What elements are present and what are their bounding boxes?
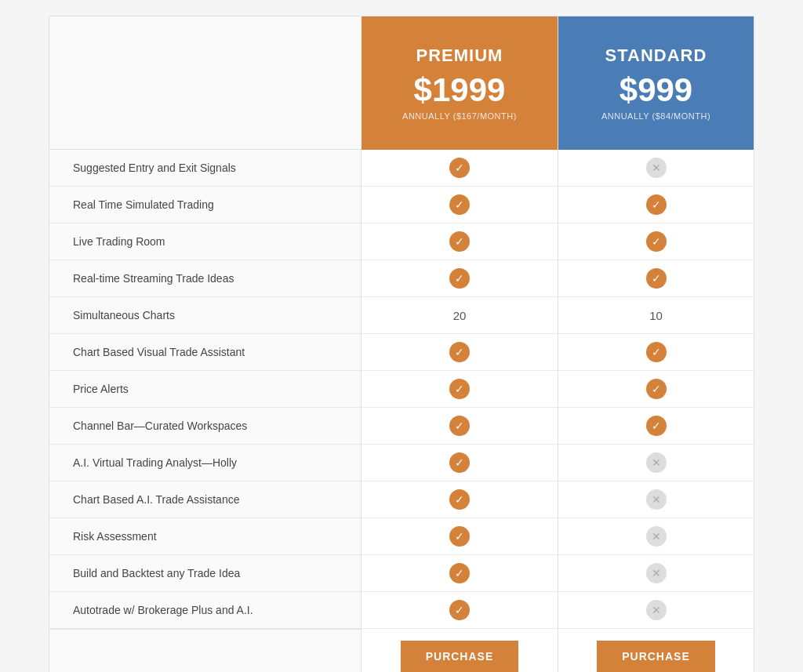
footer-features-cell xyxy=(49,630,362,672)
premium-row-3: ✓ xyxy=(362,260,558,297)
feature-label-11: Build and Backtest any Trade Idea xyxy=(49,555,362,591)
feature-name-row-1: Real Time Simulated Trading xyxy=(49,187,362,223)
standard-row-2: ✓ xyxy=(558,223,754,260)
standard-row-11: ✕ xyxy=(558,555,754,592)
standard-cell-0: ✕ xyxy=(558,150,754,186)
premium-footer-cell[interactable]: PURCHASE xyxy=(362,629,558,672)
check-icon: ✓ xyxy=(646,268,667,289)
standard-plan-name: STANDARD xyxy=(605,45,707,66)
premium-cell-10: ✓ xyxy=(362,518,558,554)
check-icon: ✓ xyxy=(449,231,470,252)
pricing-table: Suggested Entry and Exit SignalsReal Tim… xyxy=(49,16,754,672)
premium-row-1: ✓ xyxy=(362,187,558,223)
premium-cell-5: ✓ xyxy=(362,334,558,370)
standard-cell-6: ✓ xyxy=(558,371,754,407)
standard-row-0: ✕ xyxy=(558,150,754,187)
standard-row-6: ✓ xyxy=(558,371,754,408)
standard-row-4: 10 xyxy=(558,297,754,334)
standard-cell-10: ✕ xyxy=(558,518,754,554)
standard-column: STANDARD $999 ANNUALLY ($84/MONTH) ✕✓✓✓1… xyxy=(558,16,754,672)
standard-purchase-button[interactable]: PURCHASE xyxy=(597,641,715,672)
check-icon: ✓ xyxy=(449,563,470,583)
feature-name-row-6: Price Alerts xyxy=(49,371,362,408)
premium-cell-12: ✓ xyxy=(362,592,558,628)
premium-cell-0: ✓ xyxy=(362,150,558,186)
feature-name-row-7: Channel Bar—Curated Workspaces xyxy=(49,408,362,445)
premium-plan-name: PREMIUM xyxy=(416,45,503,66)
premium-purchase-button[interactable]: PURCHASE xyxy=(401,641,519,672)
number-value: 10 xyxy=(649,309,663,322)
features-header xyxy=(49,16,362,150)
standard-cell-2: ✓ xyxy=(558,223,754,260)
premium-column: PREMIUM $1999 ANNUALLY ($167/MONTH) ✓✓✓✓… xyxy=(362,16,558,672)
standard-cell-7: ✓ xyxy=(558,408,754,444)
check-icon: ✓ xyxy=(646,231,667,252)
feature-label-0: Suggested Entry and Exit Signals xyxy=(49,150,362,186)
check-icon: ✓ xyxy=(449,600,470,620)
premium-row-4: 20 xyxy=(362,297,558,334)
check-icon: ✓ xyxy=(449,452,470,473)
feature-name-row-11: Build and Backtest any Trade Idea xyxy=(49,555,362,592)
feature-label-5: Chart Based Visual Trade Assistant xyxy=(49,334,362,370)
check-icon: ✓ xyxy=(646,416,667,436)
premium-billing: ANNUALLY ($167/MONTH) xyxy=(402,111,517,121)
check-icon: ✓ xyxy=(449,379,470,399)
premium-row-2: ✓ xyxy=(362,223,558,260)
premium-cell-9: ✓ xyxy=(362,481,558,518)
feature-label-1: Real Time Simulated Trading xyxy=(49,187,362,223)
standard-row-5: ✓ xyxy=(558,334,754,371)
check-icon: ✓ xyxy=(646,194,667,215)
feature-label-9: Chart Based A.I. Trade Assistance xyxy=(49,481,362,518)
feature-name-row-8: A.I. Virtual Trading Analyst—Holly xyxy=(49,445,362,481)
standard-row-7: ✓ xyxy=(558,408,754,445)
check-icon: ✓ xyxy=(449,342,470,362)
premium-cell-2: ✓ xyxy=(362,223,558,260)
feature-label-2: Live Trading Room xyxy=(49,223,362,260)
premium-row-6: ✓ xyxy=(362,371,558,408)
feature-name-row-0: Suggested Entry and Exit Signals xyxy=(49,150,362,187)
standard-cell-12: ✕ xyxy=(558,592,754,628)
check-icon: ✓ xyxy=(449,158,470,178)
standard-row-10: ✕ xyxy=(558,518,754,555)
premium-row-10: ✓ xyxy=(362,518,558,555)
standard-row-1: ✓ xyxy=(558,187,754,223)
feature-name-row-10: Risk Assessment xyxy=(49,518,362,555)
check-icon: ✓ xyxy=(646,379,667,399)
standard-cell-4: 10 xyxy=(558,297,754,333)
x-icon: ✕ xyxy=(646,600,667,620)
standard-row-8: ✕ xyxy=(558,445,754,481)
check-icon: ✓ xyxy=(449,526,470,547)
standard-price: $999 xyxy=(620,74,692,107)
standard-cell-9: ✕ xyxy=(558,481,754,518)
check-icon: ✓ xyxy=(646,342,667,362)
premium-cell-8: ✓ xyxy=(362,445,558,481)
feature-label-10: Risk Assessment xyxy=(49,518,362,554)
x-icon: ✕ xyxy=(646,489,667,510)
premium-cell-11: ✓ xyxy=(362,555,558,591)
feature-label-8: A.I. Virtual Trading Analyst—Holly xyxy=(49,445,362,481)
standard-footer-cell[interactable]: PURCHASE xyxy=(558,629,754,672)
premium-header: PREMIUM $1999 ANNUALLY ($167/MONTH) xyxy=(362,16,558,150)
premium-row-9: ✓ xyxy=(362,481,558,518)
premium-row-8: ✓ xyxy=(362,445,558,481)
standard-cell-5: ✓ xyxy=(558,334,754,370)
feature-name-row-9: Chart Based A.I. Trade Assistance xyxy=(49,481,362,518)
standard-row-3: ✓ xyxy=(558,260,754,297)
feature-label-4: Simultaneous Charts xyxy=(49,297,362,333)
standard-row-9: ✕ xyxy=(558,481,754,518)
x-icon: ✕ xyxy=(646,452,667,473)
premium-cell-6: ✓ xyxy=(362,371,558,407)
standard-cell-11: ✕ xyxy=(558,555,754,591)
check-icon: ✓ xyxy=(449,268,470,289)
feature-name-row-4: Simultaneous Charts xyxy=(49,297,362,334)
x-icon: ✕ xyxy=(646,526,667,547)
feature-label-6: Price Alerts xyxy=(49,371,362,407)
premium-row-11: ✓ xyxy=(362,555,558,592)
premium-row-0: ✓ xyxy=(362,150,558,187)
feature-name-row-2: Live Trading Room xyxy=(49,223,362,260)
premium-row-5: ✓ xyxy=(362,334,558,371)
standard-header: STANDARD $999 ANNUALLY ($84/MONTH) xyxy=(558,16,754,150)
premium-cell-4: 20 xyxy=(362,297,558,333)
premium-cell-3: ✓ xyxy=(362,260,558,296)
check-icon: ✓ xyxy=(449,489,470,510)
